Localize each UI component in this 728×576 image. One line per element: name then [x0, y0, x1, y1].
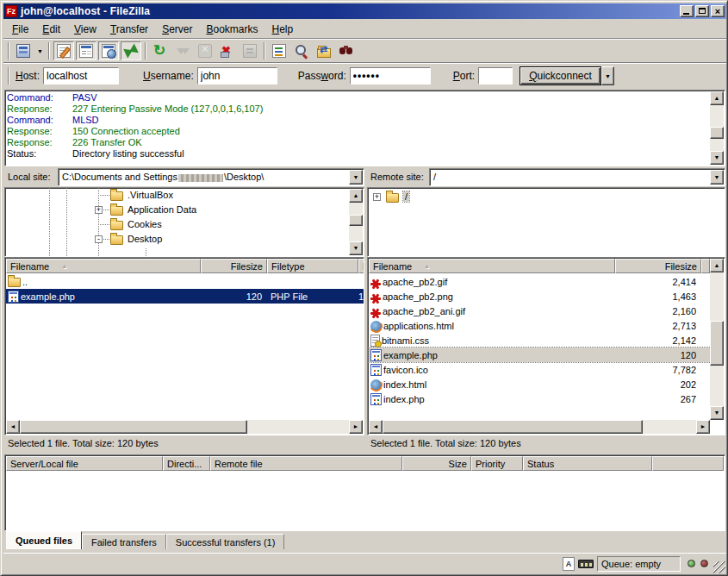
file-row-example-php[interactable]: example.php 120 PHP File 1 [6, 289, 364, 304]
reconnect-button[interactable] [240, 41, 260, 60]
scroll-left-button[interactable]: ◄ [369, 420, 383, 434]
log-line-type: Status: [7, 148, 72, 160]
refresh-button[interactable] [150, 41, 171, 60]
tab-queued-files[interactable]: Queued files [6, 531, 82, 549]
disconnect-button[interactable] [217, 41, 238, 60]
combo-dropdown-button[interactable]: ▼ [349, 170, 363, 185]
file-row[interactable]: applications.html 2,713 [369, 318, 711, 333]
toggle-transfer-queue-button[interactable] [121, 41, 141, 60]
tree-expander[interactable] [373, 193, 381, 201]
host-input[interactable] [43, 67, 119, 85]
log-line: Status:Directory listing successful [7, 148, 709, 160]
menu-view[interactable]: View [67, 22, 103, 37]
scroll-down-button[interactable]: ▼ [349, 241, 363, 255]
close-button[interactable]: × [711, 5, 725, 17]
column-header-size[interactable]: Size [402, 456, 471, 471]
column-header-filename[interactable]: Filename▲ [6, 259, 201, 273]
remote-path-combobox[interactable]: / ▼ [429, 168, 725, 186]
local-tree-scrollbar[interactable]: ▲ ▼ [349, 189, 363, 255]
tree-item-cookies[interactable]: Cookies [5, 217, 364, 232]
file-name: index.html [383, 379, 426, 390]
minimize-icon [683, 13, 689, 15]
tree-item-desktop[interactable]: Desktop [5, 232, 364, 247]
quickconnect-button[interactable]: Quickconnect [520, 66, 601, 85]
file-row[interactable]: apache_pb2.png 1,463 [369, 289, 711, 304]
scroll-up-button[interactable]: ▲ [349, 189, 363, 203]
cancel-operation-button[interactable] [195, 41, 215, 60]
tree-connector [98, 224, 109, 225]
local-list-hscrollbar[interactable]: ◄ ► [6, 420, 363, 434]
menu-help[interactable]: Help [265, 22, 301, 37]
synchronized-browsing-button[interactable] [314, 41, 334, 60]
scroll-right-button[interactable]: ► [349, 420, 363, 434]
file-row[interactable]: index.php 267 [369, 391, 711, 406]
tree-item-virtualbox[interactable]: .VirtualBox [5, 188, 364, 203]
menu-bookmarks[interactable]: Bookmarks [199, 22, 264, 37]
remote-list-hscrollbar[interactable]: ◄ ► [369, 420, 710, 434]
log-scrollbar[interactable]: ▲ ▼ [710, 91, 724, 165]
site-manager-button[interactable] [13, 41, 34, 60]
file-size [201, 274, 267, 289]
file-row[interactable]: index.html 202 [369, 377, 711, 391]
file-row[interactable]: apache_pb2.gif 2,414 [369, 274, 711, 289]
tree-item-application-data[interactable]: Application Data [5, 203, 364, 217]
toggle-message-log-button[interactable] [53, 41, 74, 60]
column-header-filesize[interactable]: Filesize [615, 259, 701, 273]
column-header-server-local-file[interactable]: Server/Local file [6, 456, 163, 471]
remote-list-scrollbar[interactable]: ▲ ▼ [710, 259, 724, 420]
log-line-text: PASV [72, 92, 97, 103]
file-row-example-php[interactable]: example.php 120 [369, 347, 711, 362]
process-queue-button[interactable] [172, 41, 193, 60]
scroll-left-button[interactable]: ◄ [6, 420, 20, 434]
tree-expander[interactable] [95, 206, 103, 214]
tree-item-label: .VirtualBox [128, 190, 173, 200]
menu-transfer[interactable]: Transfer [103, 22, 155, 37]
column-header-filetype[interactable]: Filetype [267, 259, 358, 273]
file-row-parent-dir[interactable]: .. [6, 274, 364, 289]
toggle-remote-tree-button[interactable] [98, 41, 119, 60]
port-input[interactable] [478, 67, 513, 85]
tab-successful-transfers[interactable]: Successful transfers (1) [166, 534, 285, 549]
scrollbar-thumb[interactable] [383, 420, 643, 434]
site-manager-dropdown-button[interactable]: ▼ [34, 41, 46, 60]
username-input[interactable] [197, 67, 277, 85]
scroll-up-button[interactable]: ▲ [710, 259, 724, 272]
local-list-header: Filename▲ Filesize Filetype L [6, 259, 363, 273]
scroll-down-button[interactable]: ▼ [710, 406, 724, 420]
menu-file[interactable]: File [5, 22, 35, 37]
file-row[interactable]: favicon.ico 7,782 [369, 362, 711, 377]
scroll-down-button[interactable]: ▼ [710, 151, 724, 165]
menu-edit[interactable]: Edit [35, 22, 67, 37]
column-header-priority[interactable]: Priority [471, 456, 523, 471]
scroll-right-button[interactable]: ► [696, 420, 710, 434]
column-header-lastmodified[interactable]: L [358, 259, 364, 273]
directory-listing-filters-button[interactable] [269, 41, 289, 60]
column-header-filesize[interactable]: Filesize [201, 259, 267, 273]
title-bar[interactable]: Fz john@localhost - FileZilla × [3, 3, 726, 19]
file-row[interactable]: bitnami.css 2,142 [369, 333, 711, 347]
scrollbar-thumb[interactable] [710, 321, 724, 366]
toggle-local-tree-button[interactable] [76, 41, 96, 60]
column-header-status[interactable]: Status [523, 456, 652, 471]
find-files-button[interactable] [336, 41, 357, 60]
minimize-button[interactable] [680, 5, 694, 17]
quickconnect-dropdown-button[interactable]: ▼ [601, 66, 614, 85]
scrollbar-thumb[interactable] [710, 127, 724, 139]
scrollbar-thumb[interactable] [349, 215, 363, 226]
tree-expander[interactable] [95, 235, 103, 243]
column-header-remote-file[interactable]: Remote file [210, 456, 402, 471]
scroll-up-button[interactable]: ▲ [710, 91, 724, 105]
resize-grip[interactable] [713, 561, 725, 573]
compare-directories-button[interactable] [291, 41, 312, 60]
combo-dropdown-button[interactable]: ▼ [710, 170, 724, 185]
file-row[interactable]: apache_pb2_ani.gif 2,160 [369, 304, 711, 318]
password-input[interactable] [350, 67, 431, 85]
local-path-combobox[interactable]: C:\Documents and Settings\Desktop\ ▼ [58, 168, 364, 186]
scrollbar-thumb[interactable] [20, 420, 247, 434]
tree-item-root[interactable]: / [368, 190, 725, 204]
menu-server[interactable]: Server [155, 22, 199, 37]
tab-failed-transfers[interactable]: Failed transfers [82, 534, 166, 549]
maximize-button[interactable] [695, 5, 709, 17]
column-header-filename[interactable]: Filename▲ [369, 259, 615, 273]
column-header-direction[interactable]: Directi... [163, 456, 210, 471]
